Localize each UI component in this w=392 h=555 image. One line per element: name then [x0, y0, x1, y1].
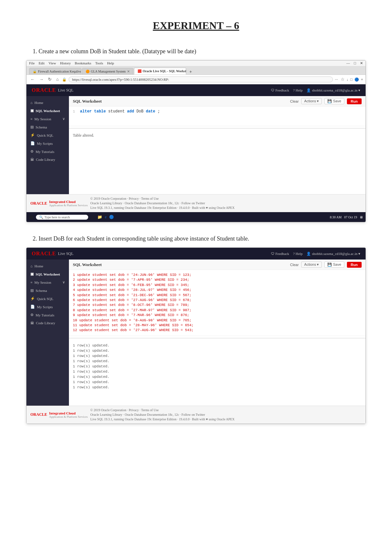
sql-result-text-1: Table altered.	[73, 133, 94, 138]
address-bar-1[interactable]: https://livesql.oracle.com/apex/f?p=590:…	[69, 76, 333, 82]
integrated-cloud-sub-2: Application & Platform Services	[49, 415, 88, 418]
oracle-footer-logo-2: ORACLE Integrated Cloud Application & Pl…	[30, 411, 88, 418]
taskbar-app-2[interactable]: 📁	[97, 215, 102, 220]
oracle-product-1: Live SQL	[58, 88, 74, 93]
tab-firewall[interactable]: 🔒 Firewall Authentication Keqalive ✕	[29, 68, 81, 75]
codelibrary-icon-1: 🏛	[30, 158, 34, 161]
menu-edit[interactable]: Edit	[39, 61, 44, 65]
taskbar-app-1[interactable]: 🖊	[91, 215, 95, 220]
nav-ext-3[interactable]: 🔵	[354, 77, 359, 82]
sidebar-home-2[interactable]: ⌂ Home	[26, 262, 69, 270]
save-button-2[interactable]: 💾 Save	[324, 261, 344, 268]
myscripts-icon-1: 📄	[30, 141, 35, 145]
codelibrary-icon-2: 🏛	[30, 321, 34, 325]
nav-ext-2[interactable]: □	[350, 77, 352, 82]
tab-oracle-icon: 🟥	[138, 69, 141, 73]
sidebar-sqlworksheet-2[interactable]: ▣ SQL Worksheet	[26, 270, 69, 278]
oracle-user-btn-2[interactable]: 👤 shobhit.saxena_cd18@gla.ac.in ▾	[306, 252, 360, 256]
oracle-feedback-btn[interactable]: 🗨 Feedback	[271, 88, 289, 92]
sidebar-mytutorials-1[interactable]: ⚙ My Tutorials	[26, 147, 69, 156]
nav-actions-1: ··· ☆	[335, 77, 345, 82]
browser-menubar-1: File Edit View History Bookmarks Tools H…	[26, 60, 366, 66]
oracle-user-btn[interactable]: 👤 shobhit.saxena_cd18@gla.ac.in ▾	[306, 88, 360, 92]
sql-keyword-1: alter table	[80, 109, 106, 114]
sidebar-schema-2[interactable]: ▤ Schema	[26, 286, 69, 294]
actions-button-2[interactable]: Actions ▾	[301, 261, 322, 268]
back-button[interactable]: ←	[29, 76, 36, 83]
sidebar-quicksql-1[interactable]: ⚡ Quick SQL	[26, 131, 69, 139]
sidebar-sqlworksheet-1[interactable]: ▣ SQL Worksheet	[26, 107, 69, 115]
win-close[interactable]: ✕	[360, 61, 363, 65]
oracle-footer-logo-1: ORACLE Integrated Cloud Application & Pl…	[30, 200, 88, 207]
tab-oracle-label: Oracle Live SQL - SQL Worksh...	[143, 69, 186, 73]
sidebar-mysession-2[interactable]: ≡ My Session ∨	[26, 278, 69, 286]
sidebar-codelibrary-2[interactable]: 🏛 Code Library	[26, 319, 69, 327]
sql-code-3: ;	[157, 109, 160, 114]
save-button-1[interactable]: 💾 Save	[324, 98, 344, 104]
clear-button-2[interactable]: Clear	[290, 263, 299, 267]
section-1-header: 1. Create a new column DoB in Student ta…	[26, 48, 366, 55]
footer-line2-1: Oracle Learning Library · Oracle Databas…	[90, 201, 235, 206]
forward-button[interactable]: →	[38, 76, 45, 83]
nav-ext-1[interactable]: ↓	[347, 77, 349, 82]
taskbar-notif-1[interactable]: 🖥	[360, 215, 363, 219]
home-button[interactable]: ⌂	[55, 76, 60, 83]
actions-button-1[interactable]: Actions ▾	[301, 98, 322, 104]
sidebar-codelibrary-1[interactable]: 🏛 Code Library	[26, 156, 69, 163]
browser-window-1: File Edit View History Bookmarks Tools H…	[26, 60, 366, 222]
sidebar-mysession-1[interactable]: ≡ My Session ∨	[26, 115, 69, 123]
menu-bookmarks[interactable]: Bookmarks	[75, 61, 91, 65]
sidebar-mytutorials-2[interactable]: ⚙ My Tutorials	[26, 311, 69, 319]
tab-oracle[interactable]: 🟥 Oracle Live SQL - SQL Worksh... ✕	[134, 68, 186, 75]
taskbar-search-1[interactable]: 🔍 Type here to search	[36, 215, 88, 220]
menu-tools[interactable]: Tools	[95, 61, 103, 65]
win-minimize[interactable]: —	[346, 61, 350, 65]
reload-button[interactable]: ↻	[47, 76, 53, 83]
taskbar-app-3[interactable]: 🔵	[109, 215, 114, 220]
oracle-main-1: SQL Worksheet Clear Actions ▾ 💾 Save Run…	[69, 96, 366, 194]
tab-firewall-label: Firewall Authentication Keqalive	[38, 70, 81, 73]
sidebar-quicksql-2[interactable]: ⚡ Quick SQL	[26, 294, 69, 303]
sqlworksheet-icon-1: ▣	[30, 109, 34, 113]
sql-code-2: DoB	[137, 109, 146, 114]
menu-view[interactable]: View	[48, 61, 56, 65]
footer-line3-2: Live SQL 19.3.1, running Oracle Database…	[90, 417, 235, 422]
sql-line-11: 11 update student set dob = '28-MAY-96' …	[73, 323, 362, 328]
schema-icon-1: ▤	[30, 125, 34, 129]
run-button-2[interactable]: Run	[347, 262, 362, 268]
sidebar-home-1[interactable]: ⌂ Home	[26, 99, 69, 107]
sql-editor-2[interactable]: 1 update student set dob = '24-JUN-96' W…	[69, 270, 366, 336]
nav-ext-4[interactable]: ≡	[361, 77, 363, 82]
sql-result-1: Table altered.	[69, 130, 366, 150]
win-restore[interactable]: □	[354, 61, 356, 65]
sidebar-schema-1[interactable]: ▤ Schema	[26, 123, 69, 131]
taskbar-time-1: 8:30 AM	[330, 215, 342, 219]
taskbar-browser-1[interactable]: e	[105, 215, 106, 220]
tab-gla-close[interactable]: ✕	[127, 70, 130, 73]
sql-toolbar-1: SQL Worksheet Clear Actions ▾ 💾 Save Run	[69, 96, 366, 107]
footer-text-1: © 2019 Oracle Corporation · Privacy · Te…	[90, 196, 235, 210]
menu-help[interactable]: Help	[107, 61, 114, 65]
sidebar-myscripts-1[interactable]: 📄 My Scripts	[26, 139, 69, 147]
sidebar-myscripts-2[interactable]: 📄 My Scripts	[26, 303, 69, 311]
tab-gla[interactable]: 🟠 GLA Management System ✕	[82, 68, 133, 75]
search-icon-taskbar-1: 🔍	[39, 215, 43, 219]
oracle-help-btn-2[interactable]: ? Help	[293, 252, 302, 256]
section-2: 2. Insert DoB for each Student in corres…	[26, 235, 366, 424]
menu-file[interactable]: File	[29, 61, 35, 65]
tab-gla-label: GLA Management System	[91, 70, 126, 73]
footer-line1-1: © 2019 Oracle Corporation · Privacy · Te…	[90, 196, 235, 201]
oracle-help-btn[interactable]: ? Help	[293, 88, 302, 92]
oracle-feedback-btn-2[interactable]: 🗨 Feedback	[271, 252, 289, 256]
nav-more-icon[interactable]: ···	[335, 77, 338, 82]
sql-editor-1[interactable]: 1 alter table student add DoB date ;	[69, 107, 366, 126]
menu-history[interactable]: History	[60, 61, 71, 65]
clear-button-1[interactable]: Clear	[290, 99, 299, 103]
nav-bookmark-icon[interactable]: ☆	[341, 77, 345, 82]
integrated-cloud-sub-1: Application & Platform Services	[49, 204, 88, 207]
footer-line1-2: © 2019 Oracle Corporation · Privacy · Te…	[90, 408, 235, 412]
run-button-1[interactable]: Run	[347, 98, 362, 104]
oracle-product-2: Live SQL	[58, 251, 74, 256]
new-tab-button[interactable]: +	[187, 69, 195, 75]
start-button-1[interactable]: ⊞	[29, 214, 33, 220]
